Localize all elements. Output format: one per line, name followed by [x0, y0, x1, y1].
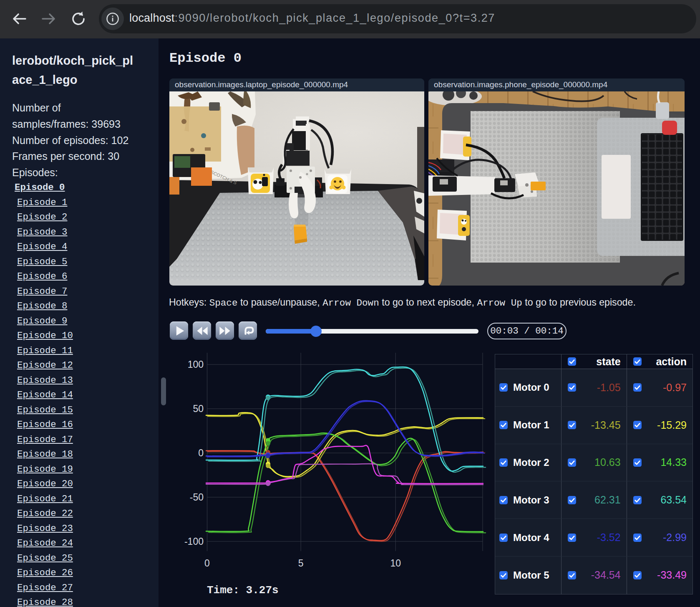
svg-text:-50: -50	[190, 492, 204, 503]
svg-text:50: 50	[193, 403, 204, 414]
svg-text:0: 0	[204, 558, 210, 569]
svg-text:10: 10	[390, 558, 401, 569]
svg-text:Time: 3.27s: Time: 3.27s	[207, 584, 279, 597]
svg-text:100: 100	[188, 359, 204, 370]
svg-text:5: 5	[298, 558, 304, 569]
svg-text:0: 0	[198, 448, 204, 458]
svg-text:-100: -100	[184, 536, 204, 547]
